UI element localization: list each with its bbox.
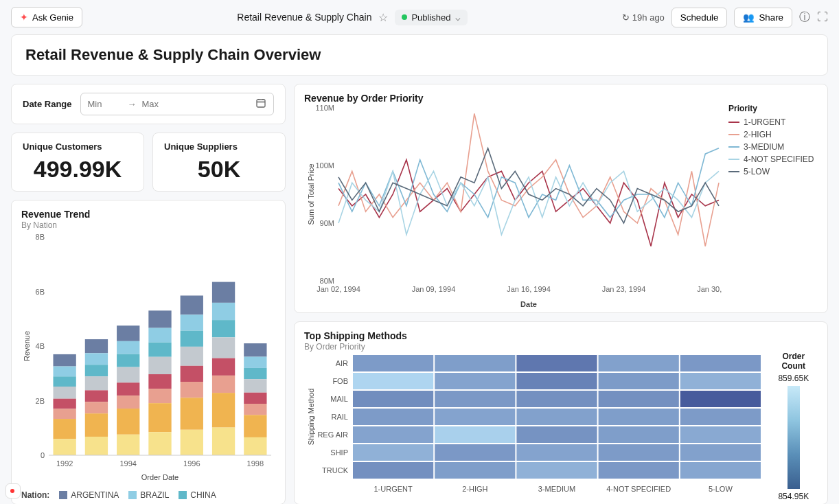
svg-text:Order Date: Order Date — [141, 473, 179, 481]
legend-text: BRAZIL — [140, 490, 169, 500]
svg-rect-25 — [117, 354, 139, 367]
shipping-heatmap-chart: AIRFOBMAILRAILREG AIRSHIPTRUCK1-URGENT2-… — [304, 352, 763, 496]
daterange-input[interactable]: → — [80, 93, 274, 115]
svg-rect-102 — [599, 409, 679, 425]
svg-text:110M: 110M — [315, 104, 334, 112]
legend-item: BRAZIL — [128, 490, 169, 500]
svg-text:Jan 30, 1994: Jan 30, 1994 — [697, 285, 723, 293]
svg-rect-38 — [148, 432, 171, 455]
svg-text:1-URGENT: 1-URGENT — [373, 485, 413, 493]
svg-text:Revenue: Revenue — [23, 331, 31, 361]
svg-rect-120 — [599, 462, 679, 479]
published-dropdown[interactable]: Published ⌵ — [395, 10, 467, 25]
refresh-age[interactable]: ↻ 19h ago — [622, 12, 665, 23]
svg-rect-93 — [353, 391, 433, 407]
svg-rect-58 — [244, 379, 266, 393]
svg-rect-29 — [117, 409, 139, 435]
daterange-min-input[interactable] — [88, 99, 122, 109]
svg-rect-39 — [181, 295, 203, 314]
legend-text: 4-NOT SPECIFIED — [744, 154, 814, 164]
daterange-max-input[interactable] — [142, 99, 176, 109]
svg-rect-17 — [85, 365, 108, 376]
svg-text:6B: 6B — [36, 288, 45, 296]
svg-rect-117 — [353, 462, 433, 479]
svg-text:1994: 1994 — [119, 459, 136, 468]
ask-genie-button[interactable]: ✦ Ask Genie — [11, 7, 82, 27]
legend-item: 5-LOW — [728, 167, 814, 176]
svg-rect-105 — [353, 426, 433, 443]
svg-rect-8 — [53, 367, 76, 377]
svg-rect-28 — [117, 396, 139, 409]
svg-rect-48 — [212, 303, 235, 320]
svg-rect-62 — [244, 437, 266, 455]
svg-text:Jan 23, 1994: Jan 23, 1994 — [602, 285, 646, 293]
watermark-badge — [5, 483, 21, 499]
ask-genie-label: Ask Genie — [32, 12, 73, 23]
svg-rect-90 — [599, 373, 679, 389]
legend-item: 1-URGENT — [728, 117, 814, 127]
revenue-trend-subtitle: By Nation — [21, 220, 275, 230]
legend-text: ARGENTINA — [71, 490, 119, 500]
doc-title: Retail Revenue & Supply Chain — [237, 12, 371, 23]
legend-line-icon — [728, 146, 739, 148]
legend-text: 1-URGENT — [744, 117, 785, 127]
heatmap-color-bar — [788, 386, 800, 489]
revenue-priority-title: Revenue by Order Priority — [304, 93, 818, 104]
legend-line-icon — [728, 122, 739, 123]
svg-rect-84 — [599, 355, 679, 371]
svg-rect-45 — [181, 398, 203, 430]
info-icon[interactable]: ⓘ — [799, 10, 810, 25]
svg-rect-114 — [599, 444, 679, 461]
svg-rect-12 — [53, 409, 76, 419]
calendar-icon[interactable] — [255, 98, 266, 111]
svg-rect-27 — [117, 382, 139, 396]
published-label: Published — [411, 12, 450, 23]
revenue-trend-card: Revenue Trend By Nation 02B4B6B8BRevenue… — [11, 200, 286, 504]
fullscreen-icon[interactable]: ⛶ — [817, 11, 828, 23]
svg-rect-89 — [516, 373, 597, 389]
svg-rect-91 — [680, 373, 761, 389]
svg-text:5-LOW: 5-LOW — [709, 485, 733, 493]
refresh-age-label: 19h ago — [632, 12, 665, 23]
svg-rect-61 — [244, 415, 266, 437]
legend-text: CHINA — [190, 490, 216, 500]
priority-legend-title: Priority — [728, 104, 814, 113]
kpi-suppliers-value: 50K — [164, 156, 274, 183]
svg-rect-53 — [212, 393, 235, 427]
svg-text:1996: 1996 — [183, 459, 200, 468]
legend-nation-label: Nation: — [21, 490, 49, 500]
heatmap-legend-title: Order Count — [770, 352, 818, 371]
chevron-down-icon: ⌵ — [455, 12, 461, 23]
svg-rect-11 — [53, 399, 76, 409]
refresh-icon: ↻ — [622, 12, 630, 23]
legend-text: 3-MEDIUM — [744, 142, 784, 152]
daterange-label: Date Range — [23, 99, 72, 109]
share-button[interactable]: 👥 Share — [734, 8, 792, 27]
svg-rect-14 — [53, 439, 76, 455]
svg-text:80M: 80M — [320, 277, 334, 285]
svg-rect-99 — [353, 409, 433, 425]
svg-rect-42 — [181, 347, 203, 366]
svg-rect-113 — [516, 444, 597, 461]
svg-text:TRUCK: TRUCK — [322, 466, 349, 474]
svg-text:Jan 09, 1994: Jan 09, 1994 — [412, 285, 456, 293]
svg-rect-49 — [212, 320, 235, 337]
heatmap-legend: Order Count 859.65K 854.95K — [770, 352, 818, 501]
star-icon[interactable]: ☆ — [378, 11, 388, 24]
svg-rect-108 — [599, 426, 679, 443]
svg-text:Date: Date — [520, 300, 537, 308]
svg-rect-30 — [117, 435, 139, 455]
schedule-button[interactable]: Schedule — [671, 8, 728, 27]
shipping-title: Top Shipping Methods — [304, 330, 818, 341]
svg-text:3-MEDIUM: 3-MEDIUM — [538, 485, 575, 493]
legend-swatch — [128, 491, 137, 499]
legend-item: CHINA — [179, 490, 216, 500]
svg-rect-21 — [85, 413, 108, 437]
svg-text:MAIL: MAIL — [330, 395, 348, 403]
svg-rect-56 — [244, 357, 266, 368]
svg-rect-0 — [257, 100, 265, 107]
svg-text:90M: 90M — [320, 219, 334, 227]
arrow-right-icon: → — [128, 99, 137, 109]
svg-rect-47 — [212, 282, 235, 303]
svg-rect-100 — [435, 409, 515, 425]
